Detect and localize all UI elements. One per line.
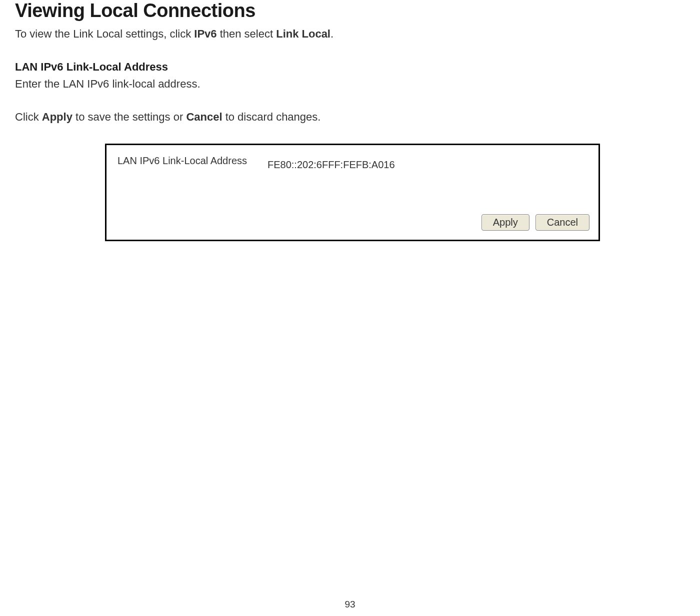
config-field-label: LAN IPv6 Link-Local Address (118, 154, 268, 167)
action-end: to discard changes. (222, 111, 321, 123)
section-subheading: LAN IPv6 Link-Local Address (15, 61, 685, 74)
action-bold-cancel: Cancel (186, 111, 222, 123)
apply-button[interactable]: Apply (482, 214, 530, 231)
section-body: Enter the LAN IPv6 link-local address. (15, 78, 685, 91)
action-pre: Click (15, 111, 42, 123)
cancel-button[interactable]: Cancel (536, 214, 590, 231)
action-paragraph: Click Apply to save the settings or Canc… (15, 111, 685, 124)
intro-pre: To view the Link Local settings, click (15, 28, 194, 40)
intro-bold-linklocal: Link Local (276, 28, 330, 40)
page-heading: Viewing Local Connections (15, 0, 685, 22)
intro-mid: then select (217, 28, 276, 40)
intro-bold-ipv6: IPv6 (194, 28, 216, 40)
page-number: 93 (344, 599, 355, 610)
config-field-value: FE80::202:6FFF:FEFB:A016 (268, 154, 590, 171)
intro-paragraph: To view the Link Local settings, click I… (15, 28, 685, 41)
button-row: Apply Cancel (482, 214, 590, 231)
config-panel: LAN IPv6 Link-Local Address FE80::202:6F… (105, 144, 600, 241)
intro-end: . (330, 28, 334, 40)
action-mid: to save the settings or (72, 111, 186, 123)
config-row: LAN IPv6 Link-Local Address FE80::202:6F… (118, 154, 590, 171)
action-bold-apply: Apply (42, 111, 72, 123)
